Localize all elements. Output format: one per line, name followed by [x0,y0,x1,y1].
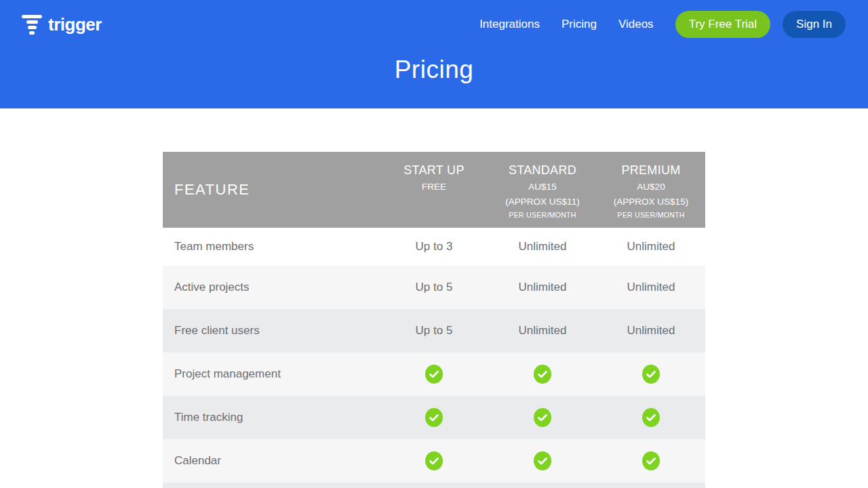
plan-value: Unlimited [597,324,705,338]
table-row: Calendar [163,439,705,483]
plan-value-included [488,365,597,384]
plan-per-user: PER USER/MONTH [597,211,705,219]
check-icon [534,365,551,384]
feature-name: Calendar [163,454,380,468]
plan-value-included [597,365,705,384]
nav-item-integrations[interactable]: Integrations [479,18,540,31]
plan-value-included [380,365,488,384]
plan-name: STANDARD [488,163,597,178]
main-content: FEATURE START UP FREE STANDARD AU$15 (AP… [0,152,868,488]
plan-value-included [488,451,597,470]
plan-value-included [597,408,705,427]
plan-value-included [488,408,597,427]
sign-in-button[interactable]: Sign In [783,11,846,38]
page: trigger Integrations Pricing Videos Try … [0,0,868,488]
feature-name: Team members [163,240,380,253]
plan-price: AU$20 [597,181,705,193]
plan-value-included [597,451,705,470]
plan-name: START UP [380,163,488,178]
plan-approx [380,196,488,199]
table-row: Free client usersUp to 5UnlimitedUnlimit… [163,309,705,352]
main-nav: Integrations Pricing Videos Try Free Tri… [479,11,846,38]
check-icon [642,451,660,470]
plan-approx: (APPROX US$11) [488,196,597,208]
check-icon [642,408,660,427]
table-row: Active projectsUp to 5UnlimitedUnlimited [163,266,705,309]
table-row-partial [163,483,705,488]
feature-name: Project management [163,367,380,381]
page-title: Pricing [0,56,868,84]
pricing-table-body: Team membersUp to 3UnlimitedUnlimitedAct… [163,228,705,488]
plan-header-startup: START UP FREE [380,152,488,228]
plan-value-included [380,451,488,470]
table-row: Time tracking [163,396,705,439]
header: trigger Integrations Pricing Videos Try … [0,0,868,108]
plan-value: Unlimited [488,281,597,294]
check-icon [425,365,443,384]
plan-value: Up to 3 [380,240,488,253]
feature-column-header: FEATURE [163,152,380,228]
nav-item-videos[interactable]: Videos [618,18,654,31]
feature-name: Time tracking [163,411,380,424]
plan-price: AU$15 [488,181,597,193]
check-icon [534,408,551,427]
check-icon [642,365,660,384]
plan-value: Unlimited [597,240,705,253]
plan-value: Up to 5 [380,281,488,294]
trigger-funnel-icon [22,14,42,35]
plan-value-included [380,408,488,427]
table-row: Team membersUp to 3UnlimitedUnlimited [163,228,705,266]
plan-value: Up to 5 [380,324,488,338]
plan-value: Unlimited [597,281,705,294]
feature-name: Active projects [163,281,380,294]
nav-item-pricing[interactable]: Pricing [561,18,597,31]
check-icon [425,451,443,470]
pricing-table: FEATURE START UP FREE STANDARD AU$15 (AP… [163,152,705,488]
navbar: trigger Integrations Pricing Videos Try … [0,0,868,38]
plan-price: FREE [380,181,488,193]
check-icon [534,451,551,470]
plan-name: PREMIUM [597,163,705,178]
plan-value: Unlimited [488,324,597,338]
pricing-table-header: FEATURE START UP FREE STANDARD AU$15 (AP… [163,152,705,228]
plan-header-premium: PREMIUM AU$20 (APPROX US$15) PER USER/MO… [597,152,705,228]
try-free-trial-button[interactable]: Try Free Trial [675,11,770,38]
brand-name: trigger [48,16,102,33]
plan-value: Unlimited [488,240,597,253]
logo[interactable]: trigger [22,14,102,35]
plan-per-user: PER USER/MONTH [488,211,597,219]
plan-header-standard: STANDARD AU$15 (APPROX US$11) PER USER/M… [488,152,597,228]
check-icon [425,408,443,427]
feature-name: Free client users [163,324,380,338]
plan-approx: (APPROX US$15) [597,196,705,208]
table-row: Project management [163,352,705,396]
